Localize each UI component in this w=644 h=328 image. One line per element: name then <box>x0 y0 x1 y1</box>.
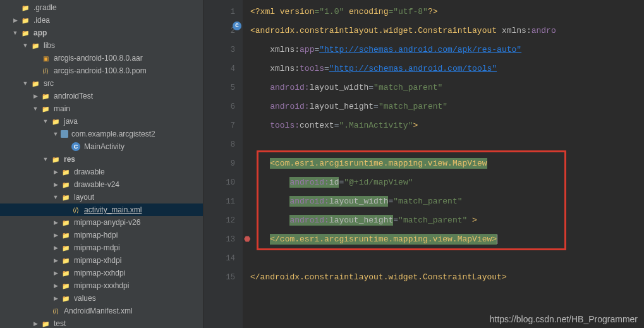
expand-arrow-icon[interactable]: ▶ <box>51 181 61 188</box>
code-line: android:layout_width="match_parent" <box>250 78 644 97</box>
tree-item[interactable]: ▶📁mipmap-anydpi-v26 <box>0 216 203 229</box>
code-line: <com.esri.arcgisruntime.mapping.view.Map… <box>250 154 644 173</box>
xml-ic-icon: ⟨/⟩ <box>40 66 51 76</box>
tree-item-label: arcgis-android-100.8.0.pom <box>54 66 199 75</box>
tree-item[interactable]: ▼📁layout <box>0 191 203 203</box>
tree-item[interactable]: ▼📁main <box>0 102 203 115</box>
folder-gradle-icon: 📁 <box>20 3 30 13</box>
line-number: 9 <box>204 154 235 173</box>
tree-item[interactable]: ▼📁res <box>0 153 203 166</box>
tree-item[interactable]: ▼📁app <box>0 27 203 39</box>
code-area[interactable]: <?xml version="1.0" encoding="utf-8"?> <… <box>243 0 644 328</box>
expand-arrow-icon[interactable]: ▶ <box>51 219 61 226</box>
expand-arrow-icon[interactable]: ▶ <box>51 270 61 276</box>
tree-item-label: mipmap-xhdpi <box>74 256 199 265</box>
tree-item[interactable]: CMainActivity <box>0 140 203 153</box>
tree-item[interactable]: ▶📁androidTest <box>0 90 203 102</box>
tree-item[interactable]: ⟨/⟩AndroidManifest.xml <box>0 305 203 317</box>
line-number: 1 <box>204 3 235 21</box>
module-icon: 📁 <box>20 28 30 38</box>
tree-item[interactable]: ⟨/⟩arcgis-android-100.8.0.pom <box>0 64 203 77</box>
code-line: android:layout_height="match_parent" <box>250 97 644 116</box>
expand-arrow-icon[interactable]: ▼ <box>30 106 40 112</box>
tree-item-label: mipmap-anydpi-v26 <box>74 218 199 227</box>
folder-icon: 📁 <box>61 255 71 265</box>
jar-ic-icon: ▣ <box>40 53 51 63</box>
code-line: xmlns:tools="http://schemas.android.com/… <box>250 59 644 78</box>
expand-arrow-icon[interactable]: ▶ <box>51 282 61 289</box>
folder-icon: 📁 <box>30 40 40 51</box>
tree-item[interactable]: ▶📁drawable-v24 <box>0 178 203 191</box>
code-line: </com.esri.arcgisruntime.mapping.view.Ma… <box>250 230 644 249</box>
expand-arrow-icon[interactable]: ▼ <box>20 80 30 87</box>
tree-item[interactable]: ▶📁mipmap-hdpi <box>0 229 203 241</box>
tree-item-label: main <box>54 104 199 113</box>
folder-icon: 📁 <box>61 243 71 253</box>
folder-icon: 📁 <box>61 281 71 291</box>
project-tree[interactable]: 📁.gradle▶📁.idea▼📁app▼📁libs▣arcgis-androi… <box>0 0 204 328</box>
expand-arrow-icon[interactable]: ▶ <box>51 169 61 175</box>
folder-icon: 📁 <box>20 15 30 25</box>
tree-item[interactable]: ▶📁mipmap-xxhdpi <box>0 267 203 279</box>
expand-arrow-icon[interactable]: ▶ <box>30 320 40 327</box>
tree-item[interactable]: ▣arcgis-android-100.8.0.aar <box>0 52 203 64</box>
expand-arrow-icon[interactable]: ▼ <box>51 194 61 200</box>
line-number: 3 <box>204 40 235 59</box>
folder-icon: 📁 <box>61 167 71 177</box>
code-line: <androidx.constraintlayout.widget.Constr… <box>250 21 644 40</box>
tree-item[interactable]: ▼📁src <box>0 77 203 90</box>
tree-item[interactable]: ⟨/⟩activity_main.xml <box>0 203 203 216</box>
xml-ic-icon: ⟨/⟩ <box>71 205 81 215</box>
line-number: 11 <box>204 192 235 211</box>
expand-arrow-icon[interactable]: ▶ <box>10 17 20 23</box>
tree-item[interactable]: ▼com.example.arcgistest2 <box>0 128 203 140</box>
tree-item[interactable]: ▼📁libs <box>0 39 203 52</box>
folder-icon: 📁 <box>40 91 51 101</box>
tree-item[interactable]: ▶📁.idea <box>0 14 203 27</box>
tree-item[interactable]: ▼📁java <box>0 115 203 128</box>
line-gutter: C ⬣ 123456789101112131415 <box>204 0 243 328</box>
expand-arrow-icon[interactable]: ▶ <box>51 245 61 251</box>
line-number: 6 <box>204 97 235 116</box>
code-line: <?xml version="1.0" encoding="utf-8"?> <box>250 3 644 21</box>
tree-item[interactable]: ▶📁test <box>0 317 203 328</box>
line-number: 4 <box>204 59 235 78</box>
c-ic-icon: C <box>71 142 81 152</box>
code-line: android:layout_width="match_parent" <box>250 192 644 211</box>
expand-arrow-icon[interactable]: ▼ <box>40 118 51 125</box>
tree-item[interactable]: ▶📁mipmap-xhdpi <box>0 254 203 267</box>
expand-arrow-icon[interactable]: ▶ <box>51 257 61 264</box>
tree-item[interactable]: ▶📁values <box>0 292 203 305</box>
tree-item-label: drawable <box>74 167 199 176</box>
tree-item-label: androidTest <box>54 92 199 100</box>
folder-icon: 📁 <box>40 319 51 328</box>
expand-arrow-icon[interactable]: ▶ <box>51 232 61 238</box>
class-gutter-icon: C <box>233 21 241 30</box>
code-line: tools:context=".MainActivity"> <box>250 116 644 135</box>
tree-item[interactable]: 📁.gradle <box>0 1 203 14</box>
tree-item[interactable]: ▶📁mipmap-mdpi <box>0 241 203 254</box>
expand-arrow-icon[interactable]: ▼ <box>10 30 20 36</box>
line-number: 10 <box>204 173 235 192</box>
xml-ic-icon: ⟨/⟩ <box>51 306 61 316</box>
line-number: 8 <box>204 135 235 154</box>
tree-item[interactable]: ▶📁drawable <box>0 166 203 178</box>
folder-icon: 📁 <box>61 192 71 202</box>
expand-arrow-icon[interactable]: ▼ <box>20 42 30 49</box>
folder-icon: 📁 <box>61 268 71 278</box>
tree-item[interactable]: ▶📁mipmap-xxxhdpi <box>0 279 203 292</box>
tree-item-label: drawable-v24 <box>74 180 199 189</box>
tree-item-label: arcgis-android-100.8.0.aar <box>54 54 199 63</box>
expand-arrow-icon[interactable]: ▶ <box>51 295 61 301</box>
expand-arrow-icon[interactable]: ▼ <box>40 156 51 162</box>
expand-arrow-icon[interactable]: ▶ <box>30 93 40 99</box>
tree-item-label: mipmap-xxxhdpi <box>74 281 199 290</box>
tree-item-label: AndroidManifest.xml <box>64 307 199 315</box>
tree-item-label: .gradle <box>33 3 199 12</box>
folder-icon: 📁 <box>51 154 61 164</box>
code-line <box>250 249 644 268</box>
expand-arrow-icon[interactable]: ▼ <box>51 131 61 137</box>
line-number: 13 <box>204 230 235 249</box>
line-number: 2 <box>204 21 235 40</box>
tree-item-label: .idea <box>33 16 199 25</box>
